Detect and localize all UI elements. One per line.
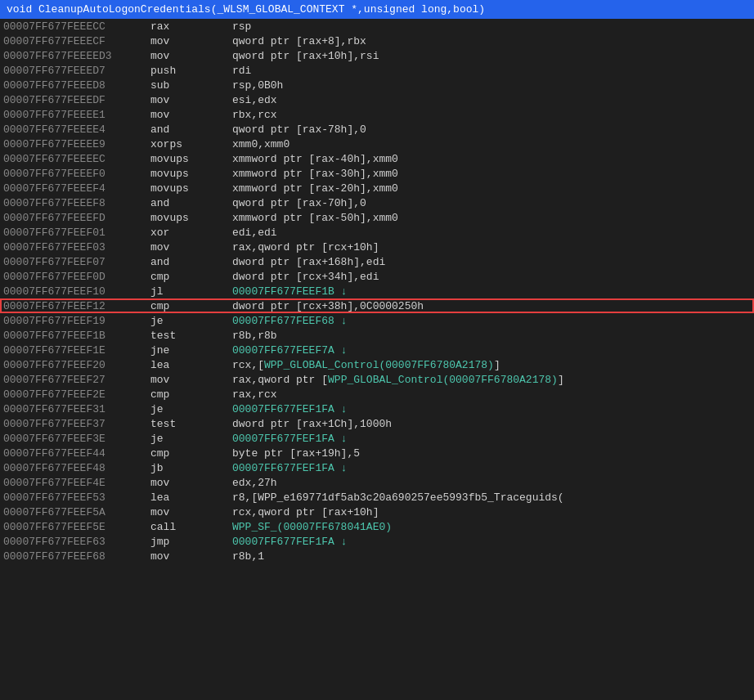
operands: rax,rcx	[232, 388, 751, 401]
code-row[interactable]: 00007FF677FEEED8subrsp,0B0h	[0, 78, 754, 92]
operands: xmmword ptr [rax-30h],xmm0	[232, 168, 751, 180]
address: 00007FF677FEEF5E	[3, 521, 150, 533]
code-container: 00007FF677FEEECCraxrsp00007FF677FEEECFmo…	[0, 19, 754, 563]
code-row[interactable]: 00007FF677FEEEFDmovupsxmmword ptr [rax-5…	[0, 210, 754, 225]
mnemonic: cmp	[150, 300, 232, 312]
jump-target-link[interactable]: 00007FF677FEF1FA	[232, 403, 334, 415]
code-row[interactable]: 00007FF677FEEF68movr8b,1	[0, 549, 754, 563]
code-row[interactable]: 00007FF677FEEF0Dcmpdword ptr [rcx+34h],e…	[0, 269, 754, 284]
address: 00007FF677FEEF10	[3, 285, 150, 298]
code-row[interactable]: 00007FF677FEEF20learcx,[WPP_GLOBAL_Contr…	[0, 357, 754, 372]
operands: qword ptr [rax+8],rbx	[232, 35, 751, 47]
code-row[interactable]: 00007FF677FEEF12cmpdword ptr [rcx+38h],0…	[0, 298, 754, 313]
code-row[interactable]: 00007FF677FEEF5EcallWPP_SF_(00007FF67804…	[0, 519, 754, 534]
mnemonic: lea	[150, 359, 232, 371]
address: 00007FF677FEEF4E	[3, 477, 150, 489]
code-row[interactable]: 00007FF677FEEF63jmp00007FF677FEF1FA ↓	[0, 534, 754, 549]
address: 00007FF677FEEF44	[3, 447, 150, 460]
code-row[interactable]: 00007FF677FEEEF4movupsxmmword ptr [rax-2…	[0, 181, 754, 195]
mnemonic: jne	[150, 344, 232, 357]
wpp-link[interactable]: WPP_GLOBAL_Control(00007FF6780A2178)	[264, 359, 494, 371]
code-row[interactable]: 00007FF677FEEF3Eje00007FF677FEF1FA ↓	[0, 431, 754, 446]
address: 00007FF677FEEF07	[3, 256, 150, 268]
mnemonic: mov	[150, 109, 232, 121]
address: 00007FF677FEEF03	[3, 241, 150, 254]
code-row[interactable]: 00007FF677FEEF4Emovedx,27h	[0, 475, 754, 490]
code-row[interactable]: 00007FF677FEEEDFmovesi,edx	[0, 92, 754, 107]
code-row[interactable]: 00007FF677FEEF01xoredi,edi	[0, 225, 754, 240]
operands: 00007FF677FEF1FA ↓	[232, 403, 751, 415]
code-row[interactable]: 00007FF677FEEF07anddword ptr [rax+168h],…	[0, 254, 754, 269]
operands: 00007FF677FEEF1B ↓	[232, 285, 751, 298]
code-row[interactable]: 00007FF677FEEF1Btestr8b,r8b	[0, 328, 754, 343]
code-row[interactable]: 00007FF677FEEEF0movupsxmmword ptr [rax-3…	[0, 166, 754, 181]
address: 00007FF677FEEF5A	[3, 506, 150, 518]
operands: 00007FF677FEEF7A ↓	[232, 344, 751, 357]
operands: rsp	[232, 20, 751, 33]
mnemonic: jb	[150, 462, 232, 474]
operands: esi,edx	[232, 94, 751, 106]
mnemonic: cmp	[150, 271, 232, 283]
code-view: void CleanupAutoLogonCredentials(_WLSM_G…	[0, 0, 754, 700]
code-row[interactable]: 00007FF677FEEEE1movrbx,rcx	[0, 107, 754, 122]
address: 00007FF677FEEEE1	[3, 109, 150, 121]
mnemonic: jmp	[150, 536, 232, 548]
code-row[interactable]: 00007FF677FEEEF8andqword ptr [rax-70h],0	[0, 195, 754, 210]
operands: edi,edi	[232, 227, 751, 239]
operands: xmm0,xmm0	[232, 138, 751, 150]
address: 00007FF677FEEEF0	[3, 168, 150, 180]
operands: rcx,qword ptr [rax+10h]	[232, 506, 751, 518]
jump-target-link[interactable]: 00007FF677FEEF7A	[232, 344, 334, 357]
mnemonic: lea	[150, 491, 232, 504]
mnemonic: mov	[150, 35, 232, 47]
code-row[interactable]: 00007FF677FEEECFmovqword ptr [rax+8],rbx	[0, 34, 754, 48]
address: 00007FF677FEEF20	[3, 359, 150, 371]
mnemonic: mov	[150, 506, 232, 518]
code-row[interactable]: 00007FF677FEEF03movrax,qword ptr [rcx+10…	[0, 240, 754, 254]
call-target-link[interactable]: WPP_SF_(00007FF678041AE0)	[232, 521, 392, 533]
code-row[interactable]: 00007FF677FEEF31je00007FF677FEF1FA ↓	[0, 402, 754, 416]
operands: rax,qword ptr [rcx+10h]	[232, 241, 751, 254]
operands: 00007FF677FEF1FA ↓	[232, 433, 751, 445]
code-row[interactable]: 00007FF677FEEEE4andqword ptr [rax-78h],0	[0, 122, 754, 137]
code-row[interactable]: 00007FF677FEEEED3movqword ptr [rax+10h],…	[0, 48, 754, 63]
code-row[interactable]: 00007FF677FEEF2Ecmprax,rcx	[0, 387, 754, 402]
address: 00007FF677FEEF68	[3, 550, 150, 563]
jump-target-link[interactable]: 00007FF677FEEF1B	[232, 285, 334, 298]
arrow-icon: ↓	[334, 285, 348, 298]
operands: xmmword ptr [rax-20h],xmm0	[232, 182, 751, 195]
code-row[interactable]: 00007FF677FEEF10jl00007FF677FEEF1B ↓	[0, 284, 754, 298]
jump-target-link[interactable]: 00007FF677FEEF68	[232, 315, 334, 327]
mnemonic: jl	[150, 285, 232, 298]
code-row[interactable]: 00007FF677FEEF1Ejne00007FF677FEEF7A ↓	[0, 343, 754, 357]
mnemonic: and	[150, 123, 232, 136]
jump-target-link[interactable]: 00007FF677FEF1FA	[232, 433, 334, 445]
code-row[interactable]: 00007FF677FEEECCraxrsp	[0, 19, 754, 34]
code-row[interactable]: 00007FF677FEEF19je00007FF677FEEF68 ↓	[0, 313, 754, 328]
operands: 00007FF677FEEF68 ↓	[232, 315, 751, 327]
mnemonic: mov	[150, 477, 232, 489]
code-row[interactable]: 00007FF677FEEF48jb00007FF677FEF1FA ↓	[0, 460, 754, 475]
operands: r8b,1	[232, 550, 751, 563]
address: 00007FF677FEEEE4	[3, 123, 150, 136]
wpp-link[interactable]: WPP_GLOBAL_Control(00007FF6780A2178)	[328, 374, 558, 386]
operands: r8,[WPP_e169771df5ab3c20a690257ee5993fb5…	[232, 491, 751, 504]
code-row[interactable]: 00007FF677FEEED7pushrdi	[0, 63, 754, 78]
code-row[interactable]: 00007FF677FEEEECmovupsxmmword ptr [rax-4…	[0, 151, 754, 166]
jump-target-link[interactable]: 00007FF677FEF1FA	[232, 462, 334, 474]
code-row[interactable]: 00007FF677FEEF37testdword ptr [rax+1Ch],…	[0, 416, 754, 431]
code-row[interactable]: 00007FF677FEEEE9xorpsxmm0,xmm0	[0, 137, 754, 151]
address: 00007FF677FEEF3E	[3, 433, 150, 445]
mnemonic: je	[150, 433, 232, 445]
code-row[interactable]: 00007FF677FEEF44cmpbyte ptr [rax+19h],5	[0, 446, 754, 460]
code-row[interactable]: 00007FF677FEEF53lear8,[WPP_e169771df5ab3…	[0, 490, 754, 505]
code-row[interactable]: 00007FF677FEEF27movrax,qword ptr [WPP_GL…	[0, 372, 754, 387]
code-row[interactable]: 00007FF677FEEF5Amovrcx,qword ptr [rax+10…	[0, 505, 754, 519]
address: 00007FF677FEEEEC	[3, 153, 150, 165]
address: 00007FF677FEEF19	[3, 315, 150, 327]
jump-target-link[interactable]: 00007FF677FEF1FA	[232, 536, 334, 548]
address: 00007FF677FEEF0D	[3, 271, 150, 283]
mnemonic: movups	[150, 182, 232, 195]
mnemonic: cmp	[150, 388, 232, 401]
mnemonic: je	[150, 403, 232, 415]
